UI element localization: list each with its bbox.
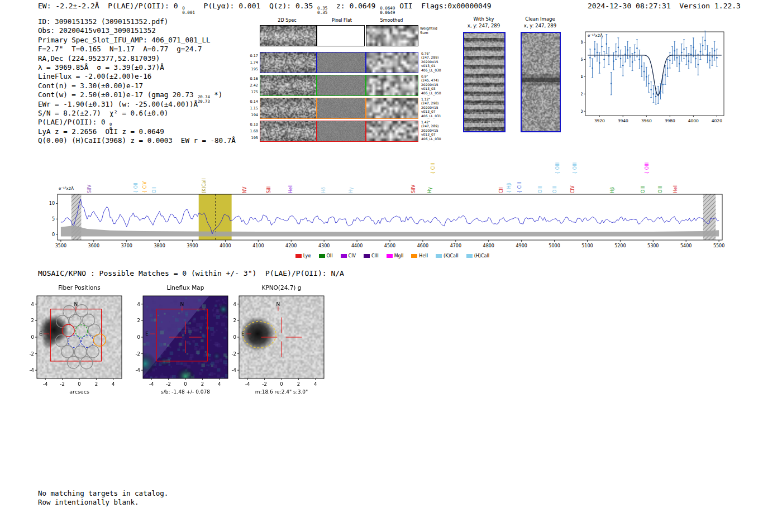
- emission-line-label: { OIII: [555, 162, 560, 174]
- x-tick-label: 3940: [618, 118, 628, 123]
- x-tick-label: 4600: [417, 243, 428, 248]
- emission-line-label: SiIV: [87, 185, 92, 193]
- text-segment: Primary Spec_Slot_IFU_AMP: 406_071_081_L…: [38, 36, 211, 44]
- emission-line-label: { OIII: [573, 162, 578, 174]
- emission-line-label: CIV: [570, 186, 575, 193]
- clean-image-panel: Clean Image x, y: 247, 289: [515, 17, 565, 137]
- x-tick-label: 4900: [516, 243, 527, 248]
- text-segment: EWr = -1.90(±0.31) (w: -25.00(±4.00))Å: [38, 100, 198, 108]
- cutout-title: Lineflux Map: [167, 284, 204, 291]
- data-point: [688, 60, 690, 62]
- plot-frame: [239, 296, 324, 378]
- x-tick-label: -2: [60, 381, 64, 387]
- compass-east: E: [145, 331, 149, 337]
- data-point: [650, 89, 652, 90]
- y-tick-label: 6: [581, 57, 583, 62]
- data-point: [643, 71, 645, 73]
- data-point: [594, 49, 596, 50]
- data-point: [606, 43, 608, 45]
- x-tick-label: 0: [184, 381, 187, 387]
- spec2d-row-stats: 0.101.68195: [229, 121, 258, 141]
- legend-swatch: [295, 254, 302, 258]
- y-axis-label: e⁻¹⁷x2Å: [59, 186, 74, 191]
- spec2d-2d-spec-image: [260, 52, 317, 73]
- x-tick-label: 4000: [688, 118, 699, 123]
- fiber-circle: [94, 334, 106, 346]
- legend-item: CIV: [341, 253, 356, 258]
- legend-label: Lyα: [303, 253, 311, 258]
- y-tick-label: 0: [233, 334, 236, 340]
- y-tick-label: 4: [137, 301, 140, 307]
- emission-line-label: OIII: [552, 186, 557, 193]
- data-point: [683, 49, 685, 50]
- spec2d-panel: 2D SpecPixel FlatSmoothedWeighted Sum0.1…: [229, 17, 464, 148]
- x-tick-label: 0: [280, 381, 283, 387]
- spec2d-col-header: 2D Spec: [262, 18, 312, 23]
- y-tick-label: 2: [137, 318, 140, 323]
- emission-line-label: SiIV: [411, 185, 416, 193]
- legend-label: MgII: [394, 253, 404, 258]
- text-segment: S/N = 8.2(±2.7) χ² = 0.6(±0.0): [38, 109, 168, 117]
- emission-line-label: { CIII: [431, 163, 436, 174]
- spec2d-pixel-flat-image: [317, 98, 366, 119]
- x-tick-label: 4200: [285, 243, 297, 248]
- x-tick-label: -2: [166, 381, 170, 387]
- info-line: P(LAE)/P(OII): 0 00: [38, 118, 256, 127]
- fiber-positions-cutout: Fiber Positions-4-4-2-2002244arcsecsNE: [22, 282, 140, 396]
- legend-swatch: [364, 254, 370, 258]
- fiber-circle: [67, 356, 79, 368]
- data-point: [627, 49, 628, 51]
- with-sky-xy: x, y: 247, 289: [457, 23, 511, 28]
- x-tick-label: 4400: [351, 243, 363, 248]
- text-segment: P(Lyα): 0.001 Q(z): 0.35: [195, 2, 317, 10]
- data-point: [695, 58, 697, 60]
- emission-line-label: Hβ: [610, 187, 615, 193]
- info-line: LyA z = 2.2656 OII z = 0.0649: [38, 127, 256, 136]
- data-point: [681, 52, 683, 54]
- emission-line-label: Hγ: [427, 187, 432, 193]
- text-segment: ID: 3090151352 (3090151352.pdf): [38, 17, 168, 26]
- data-point: [636, 47, 638, 49]
- legend-label: CIV: [349, 253, 356, 258]
- fiber-circle: [62, 324, 74, 337]
- legend-label: HeII: [419, 253, 428, 258]
- elixer-report: EW: -2.2±-2.2Å P(LAE)/P(OII): 0 00.001 P…: [0, 0, 782, 532]
- data-point: [648, 83, 650, 84]
- spec2d-row-meta: 0.9"(245, 474)20200415v013_03406_LL_050: [421, 74, 441, 95]
- data-point: [702, 45, 704, 46]
- spec2d-pixel-flat-image: [317, 52, 366, 73]
- compass-east: E: [241, 331, 245, 337]
- emission-line-label: { OII: [133, 183, 139, 193]
- spec2d-row-meta: 1.12"(247, 298)20200415v013_07406_LL_031: [421, 97, 441, 118]
- weighted-pixel-flat-image: [317, 25, 365, 46]
- text-segment: λ = 3969.85Å σ = 3.39(±0.37)Å: [38, 63, 164, 71]
- spectrum-svg: 3500360037003800390040004100420043004400…: [45, 145, 740, 262]
- weighted-smoothed-image: [366, 25, 418, 46]
- y-tick-label: 2: [581, 92, 583, 97]
- data-point: [597, 52, 598, 54]
- data-point: [667, 68, 669, 69]
- data-point: [634, 52, 636, 54]
- fiber-circle: [68, 335, 80, 347]
- legend-item: CIII: [364, 253, 379, 258]
- legend-swatch: [319, 254, 325, 258]
- report-timestamp: 2024-12-30 08:27:31 Version 1.22.3: [588, 2, 741, 10]
- data-point: [632, 61, 633, 63]
- x-tick-label: 2: [95, 381, 98, 387]
- data-point: [611, 83, 612, 84]
- legend-item: (H)CaII: [466, 253, 489, 258]
- y-tick-label: 0: [137, 334, 140, 340]
- fiber-circle: [61, 346, 74, 358]
- y-tick-label: -2: [232, 351, 236, 357]
- with-sky-title: With Sky: [457, 16, 511, 22]
- legend-swatch: [387, 254, 393, 258]
- y-tick-label: -4: [136, 367, 140, 373]
- x-tick-label: 4020: [712, 118, 722, 123]
- legend-item: Lyα: [295, 253, 311, 258]
- limits-annotation: 00.001: [182, 6, 195, 15]
- fiber-circle: [55, 335, 68, 347]
- x-tick-label: 0: [78, 381, 80, 387]
- data-point: [704, 40, 706, 41]
- x-tick-label: 3600: [88, 243, 99, 248]
- y-tick-label: 10: [49, 201, 55, 206]
